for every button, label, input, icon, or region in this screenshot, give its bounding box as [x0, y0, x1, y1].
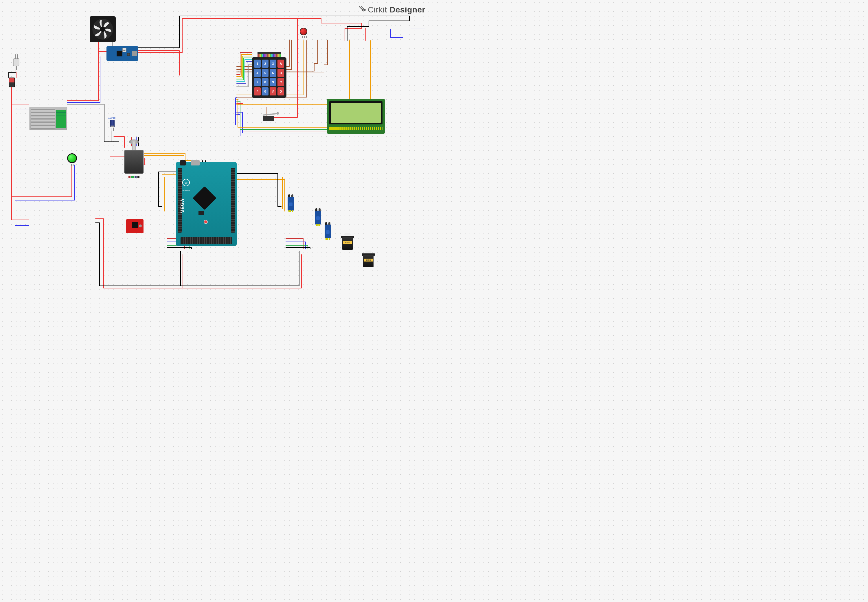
wire-layer — [0, 0, 434, 292]
arduino-mega: ∞ Arduino MEGA — [176, 162, 237, 246]
cirkit-logo-icon — [358, 5, 366, 15]
usb-b-icon — [191, 160, 200, 166]
pushbutton-red[interactable] — [300, 28, 309, 38]
svg-point-1 — [364, 9, 366, 11]
keypad-key-B[interactable]: B — [278, 69, 284, 77]
app-logo: Cirkit Designer — [358, 5, 425, 15]
ir-sensor-2 — [315, 210, 321, 224]
reset-button[interactable] — [204, 220, 208, 224]
keypad-key-3[interactable]: 3 — [270, 60, 276, 68]
svg-point-3 — [100, 27, 106, 32]
keypad-key-C[interactable]: C — [278, 78, 284, 86]
keypad-key-A[interactable]: A — [278, 60, 284, 68]
usb-port-icon — [132, 51, 137, 56]
arduino-brand-text: Arduino — [182, 189, 190, 192]
svg-rect-6 — [17, 54, 18, 59]
ac-plug — [11, 53, 22, 71]
keypad-key-*[interactable]: * — [254, 88, 261, 95]
keypad-key-D[interactable]: D — [278, 88, 284, 95]
capacitor-label: 100 µF — [108, 116, 116, 119]
buck-converter: 330 — [106, 46, 138, 61]
keypad-key-4[interactable]: 4 — [254, 69, 261, 77]
capacitor: 100 µF — [110, 120, 115, 131]
micro-switch[interactable] — [263, 115, 279, 123]
arduino-model-text: MEGA — [180, 198, 185, 213]
rocker-switch[interactable] — [9, 78, 15, 88]
keypad[interactable]: 123A456B789C*0#D — [252, 52, 286, 98]
keypad-key-9[interactable]: 9 — [270, 78, 276, 86]
keypad-key-1[interactable]: 1 — [254, 60, 261, 68]
lcd-display — [327, 99, 385, 134]
barrel-jack-icon — [180, 160, 186, 166]
keypad-key-5[interactable]: 5 — [262, 69, 269, 77]
svg-point-0 — [362, 9, 363, 11]
ir-sensor-1 — [287, 197, 294, 210]
cooling-fan — [90, 16, 116, 42]
keypad-key-6[interactable]: 6 — [270, 69, 276, 77]
svg-rect-4 — [13, 58, 19, 66]
svg-rect-5 — [15, 54, 15, 59]
ir-sensor-3 — [325, 224, 331, 238]
keypad-key-#[interactable]: # — [270, 88, 276, 95]
keypad-key-0[interactable]: 0 — [262, 88, 269, 95]
keypad-key-7[interactable]: 7 — [254, 78, 261, 86]
keypad-key-2[interactable]: 2 — [262, 60, 269, 68]
pilot-lamp[interactable] — [67, 153, 77, 166]
keypad-key-8[interactable]: 8 — [262, 78, 269, 86]
servo-1: SERVO — [341, 234, 354, 252]
stepper-motor-vertical — [121, 142, 147, 177]
power-supply-small — [29, 107, 67, 130]
servo-2: SERVO — [362, 252, 375, 269]
a4988-driver — [126, 219, 143, 233]
arduino-logo-icon: ∞ — [182, 179, 190, 186]
circuit-canvas[interactable]: Cirkit Designer — [0, 0, 434, 292]
